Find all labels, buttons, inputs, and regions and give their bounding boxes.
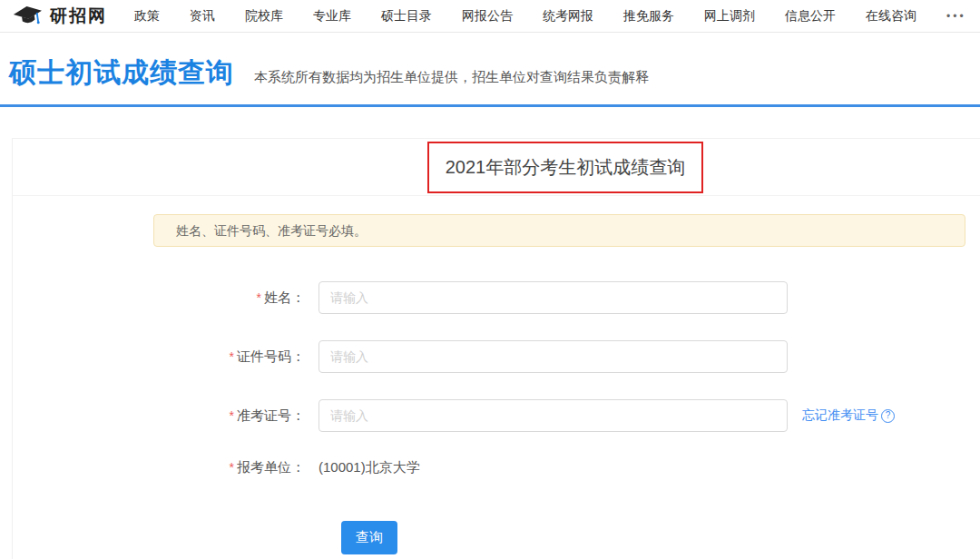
forgot-ticket-link-text: 忘记准考证号 <box>802 407 878 424</box>
id-number-label-text: 证件号码： <box>237 348 305 364</box>
nav-item-online-consult[interactable]: 在线咨询 <box>866 8 916 25</box>
name-input[interactable] <box>318 281 788 314</box>
nav-item-news[interactable]: 资讯 <box>190 8 215 25</box>
nav-item-master-catalog[interactable]: 硕士目录 <box>381 8 432 25</box>
card-header: 2021年部分考生初试成绩查询 <box>13 139 980 196</box>
nav-item-online-adjustment[interactable]: 网上调剂 <box>704 8 755 25</box>
nav-item-unified-exam-report[interactable]: 统考网报 <box>543 8 593 25</box>
nav-item-college-library[interactable]: 院校库 <box>245 8 283 25</box>
nav-more-ellipsis[interactable]: ••• <box>946 10 966 23</box>
query-button[interactable]: 查询 <box>341 521 397 554</box>
top-navigation-bar: 研招网 政策 资讯 院校库 专业库 硕士目录 网报公告 统考网报 推免服务 网上… <box>0 0 980 33</box>
card-title: 2021年部分考生初试成绩查询 <box>446 155 686 180</box>
query-form: *姓名： *证件号码： *准考证号： 忘记准考证号 ? *报考单位： (1000… <box>13 281 980 554</box>
required-mark: * <box>230 408 234 423</box>
required-fields-notice: 姓名、证件号码、准考证号必填。 <box>153 214 965 247</box>
unit-label-text: 报考单位： <box>237 459 305 475</box>
site-logo[interactable]: 研招网 <box>13 5 107 28</box>
required-mark: * <box>230 349 234 364</box>
nav-item-major-library[interactable]: 专业库 <box>313 8 351 25</box>
main-nav: 政策 资讯 院校库 专业库 硕士目录 网报公告 统考网报 推免服务 网上调剂 信… <box>134 8 966 25</box>
nav-item-info-disclosure[interactable]: 信息公开 <box>785 8 836 25</box>
unit-label: *报考单位： <box>13 459 305 476</box>
nav-item-online-report-notice[interactable]: 网报公告 <box>462 8 513 25</box>
id-number-input[interactable] <box>318 340 788 373</box>
exam-ticket-label-text: 准考证号： <box>237 407 305 423</box>
exam-ticket-label: *准考证号： <box>13 407 305 425</box>
page-title: 硕士初试成绩查询 <box>9 54 234 92</box>
name-label-text: 姓名： <box>264 289 305 305</box>
required-mark: * <box>257 290 261 305</box>
logo-text: 研招网 <box>50 5 107 28</box>
page-subtitle: 本系统所有数据均为招生单位提供，招生单位对查询结果负责解释 <box>254 69 649 86</box>
form-row-unit: *报考单位： (10001)北京大学 <box>13 458 980 476</box>
unit-value: (10001)北京大学 <box>318 459 420 476</box>
forgot-ticket-link[interactable]: 忘记准考证号 ? <box>802 407 895 424</box>
exam-ticket-input[interactable] <box>318 399 788 432</box>
score-query-card: 2021年部分考生初试成绩查询 姓名、证件号码、准考证号必填。 *姓名： *证件… <box>12 138 980 559</box>
name-label: *姓名： <box>13 289 305 307</box>
nav-item-policy[interactable]: 政策 <box>134 8 160 25</box>
id-number-label: *证件号码： <box>13 348 305 366</box>
question-circle-icon: ? <box>881 409 895 423</box>
blue-divider <box>0 104 980 107</box>
form-row-name: *姓名： <box>13 281 980 314</box>
red-annotation-box: 2021年部分考生初试成绩查询 <box>427 142 703 193</box>
page-header: 硕士初试成绩查询 本系统所有数据均为招生单位提供，招生单位对查询结果负责解释 <box>0 33 980 107</box>
form-row-id-number: *证件号码： <box>13 340 980 373</box>
form-row-exam-ticket: *准考证号： 忘记准考证号 ? <box>13 399 980 432</box>
nav-item-exemption-service[interactable]: 推免服务 <box>623 8 674 25</box>
required-mark: * <box>230 460 234 475</box>
graduation-cap-icon <box>13 5 44 27</box>
